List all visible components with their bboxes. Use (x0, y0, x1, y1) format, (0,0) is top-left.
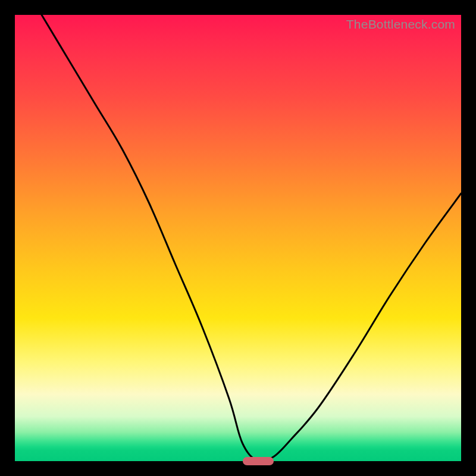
optimum-marker (243, 457, 274, 465)
chart-frame: TheBottleneck.com (0, 0, 476, 476)
watermark-text: TheBottleneck.com (346, 17, 455, 32)
bottleneck-curve (15, 15, 461, 461)
plot-area: TheBottleneck.com (15, 15, 461, 461)
curve-path (42, 15, 461, 461)
